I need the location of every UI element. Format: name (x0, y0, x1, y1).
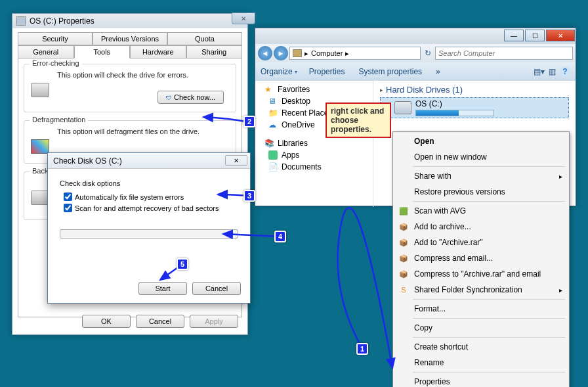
sidebar-libraries[interactable]: 📚Libraries (255, 137, 373, 149)
sidebar-favorites[interactable]: ★Favorites (255, 83, 373, 95)
minimize-button[interactable]: — (504, 30, 524, 41)
drive-label: OS (C:) (415, 99, 494, 108)
ctx-shared-folder-sync[interactable]: SShared Folder Synchronization (394, 282, 568, 298)
ctx-copy[interactable]: Copy (394, 320, 568, 336)
error-checking-text: This option will check the drive for err… (57, 71, 229, 79)
check-disk-titlebar[interactable]: Check Disk OS (C:) ✕ (48, 153, 250, 169)
bc-arrow: ▸ (304, 49, 308, 58)
properties-titlebar[interactable]: OS (C:) Properties ✕ (12, 14, 247, 28)
defrag-icon (31, 139, 49, 154)
explorer-sidebar: ★Favorites 🖥Desktop 📁Recent Places ☁OneD… (255, 81, 373, 207)
hdd-icon (31, 83, 49, 97)
tab-sharing[interactable]: Sharing (186, 45, 243, 58)
drive-icon (394, 101, 411, 114)
breadcrumb[interactable]: ▸ Computer ▸ (289, 47, 421, 60)
libraries-icon: 📚 (264, 139, 274, 148)
ctx-add-archive[interactable]: 📦Add to archive... (394, 219, 568, 235)
drive-os-c[interactable]: OS (C:) (380, 97, 569, 118)
tab-previous-versions[interactable]: Previous Versions (93, 32, 167, 45)
tab-security[interactable]: Security (18, 32, 93, 45)
close-button[interactable]: ✕ (546, 30, 575, 41)
separator (413, 372, 565, 373)
drive-usage-bar (415, 110, 494, 116)
check-disk-body: Check disk options Automatically fix fil… (48, 169, 250, 249)
apply-button[interactable]: Apply (190, 315, 238, 328)
breadcrumb-computer[interactable]: Computer (311, 49, 343, 57)
winrar-icon: 📦 (398, 269, 409, 279)
explorer-nav: ◄ ► ▸ Computer ▸ ↻ (255, 44, 576, 62)
ctx-compress-rar-email[interactable]: 📦Compress to "Archive.rar" and email (394, 266, 568, 282)
separator (413, 166, 565, 167)
maximize-button[interactable]: ☐ (525, 30, 545, 41)
ctx-open-new-window[interactable]: Open in new window (394, 149, 568, 165)
section-hdd[interactable]: Hard Disk Drives (1) (380, 85, 569, 95)
ctx-format[interactable]: Format... (394, 301, 568, 317)
cancel-button[interactable]: Cancel (136, 315, 184, 328)
tab-general[interactable]: General (18, 45, 74, 58)
scan-recovery-row[interactable]: Scan for and attempt recovery of bad sec… (64, 204, 238, 212)
ctx-compress-email[interactable]: 📦Compress and email... (394, 250, 568, 266)
computer-icon (293, 49, 302, 57)
preview-pane-icon[interactable]: ▥ (549, 67, 556, 76)
search-input[interactable] (435, 47, 573, 60)
organize-menu[interactable]: Organize (261, 67, 297, 76)
sync-icon: S (398, 285, 409, 295)
tab-quota[interactable]: Quota (167, 32, 242, 45)
help-icon[interactable]: ? (560, 66, 570, 77)
ctx-rename[interactable]: Rename (394, 355, 568, 371)
context-menu: Open Open in new window Share with Resto… (392, 131, 570, 387)
ok-button[interactable]: OK (82, 315, 131, 328)
properties-button[interactable]: Properties (309, 67, 347, 76)
winrar-icon: 📦 (398, 237, 409, 248)
step-3-badge: 3 (243, 190, 255, 202)
toolbar-more[interactable]: » (436, 67, 442, 76)
recent-icon: 📁 (268, 108, 278, 118)
sidebar-apps[interactable]: Apps (255, 149, 373, 161)
view-icon[interactable]: ▤▾ (534, 67, 545, 76)
cancel-button[interactable]: Cancel (192, 282, 241, 295)
separator (413, 318, 565, 319)
check-disk-dialog: Check Disk OS (C:) ✕ Check disk options … (47, 152, 251, 304)
ctx-add-archive-rar[interactable]: 📦Add to "Archive.rar" (394, 235, 568, 250)
winrar-icon: 📦 (398, 253, 409, 263)
apps-icon (268, 150, 278, 160)
back-button[interactable]: ◄ (258, 46, 272, 60)
drive-icon (16, 16, 26, 26)
forward-button[interactable]: ► (274, 46, 288, 60)
desktop-icon: 🖥 (268, 97, 278, 106)
check-disk-footer: Start Cancel (138, 282, 241, 295)
ctx-properties[interactable]: Properties (394, 374, 568, 387)
ctx-create-shortcut[interactable]: Create shortcut (394, 339, 568, 355)
close-button[interactable]: ✕ (232, 12, 255, 24)
ctx-restore[interactable]: Restore previous versions (394, 184, 568, 200)
progress-bar (60, 229, 238, 239)
tab-hardware[interactable]: Hardware (130, 45, 186, 58)
system-properties-button[interactable]: System properties (358, 67, 424, 76)
auto-fix-row[interactable]: Automatically fix file system errors (64, 193, 238, 201)
scan-recovery-label: Scan for and attempt recovery of bad sec… (75, 204, 219, 212)
annotation-callout: right click and choose properties. (326, 102, 391, 138)
ctx-share-with[interactable]: Share with (394, 168, 568, 184)
step-4-badge: 4 (274, 231, 286, 242)
documents-icon: 📄 (268, 162, 278, 171)
error-checking-group: Error-checking This option will check th… (24, 64, 236, 112)
step-2-badge: 2 (243, 116, 255, 127)
check-disk-title: Check Disk OS (C:) (53, 156, 122, 166)
auto-fix-label: Automatically fix file system errors (75, 193, 184, 201)
refresh-button[interactable]: ↻ (422, 47, 434, 59)
ctx-open[interactable]: Open (394, 133, 568, 149)
explorer-titlebar[interactable]: — ☐ ✕ (255, 28, 576, 44)
scan-recovery-checkbox[interactable] (64, 204, 72, 212)
backup-icon (31, 191, 49, 205)
ctx-scan-avg[interactable]: 🟩Scan with AVG (394, 203, 568, 219)
check-disk-options-label: Check disk options (60, 179, 238, 187)
auto-fix-checkbox[interactable] (64, 193, 72, 201)
start-button[interactable]: Start (138, 282, 187, 295)
close-button[interactable]: ✕ (225, 155, 247, 166)
defrag-text: This option will defragment files on the… (57, 127, 229, 135)
check-now-button[interactable]: Check now... (158, 91, 224, 104)
separator (413, 201, 565, 202)
sidebar-documents[interactable]: 📄Documents (255, 161, 373, 173)
avg-icon: 🟩 (398, 206, 409, 216)
tab-tools[interactable]: Tools (74, 45, 131, 58)
